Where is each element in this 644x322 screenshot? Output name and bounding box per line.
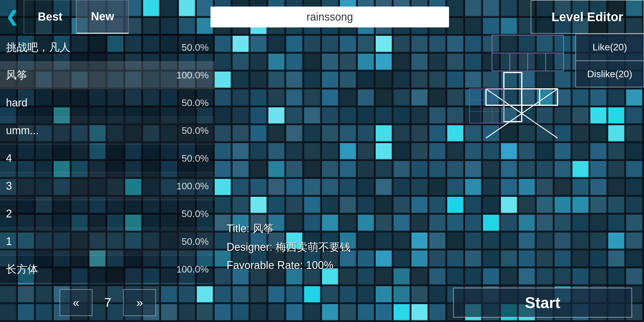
level-rate: 50.0% <box>182 42 209 53</box>
level-name: 风筝 <box>6 68 176 83</box>
level-rate: 100.0% <box>176 264 209 275</box>
title-label: Title: <box>227 222 250 235</box>
svg-rect-13 <box>470 89 504 123</box>
level-rate: 50.0% <box>182 97 209 109</box>
level-name: 挑战吧，凡人 <box>6 40 182 55</box>
level-rate: 50.0% <box>182 208 209 219</box>
level-name: umm... <box>6 124 182 137</box>
title-value-text: 风筝 <box>253 222 274 235</box>
search-input[interactable] <box>210 7 449 27</box>
designer-label: Designer: <box>227 241 273 253</box>
level-rate-line: Favorable Rate: 100% <box>227 256 351 274</box>
list-item[interactable]: umm... 50.0% <box>0 117 215 145</box>
level-name: 4 <box>6 152 182 165</box>
like-button[interactable]: Like(20) <box>575 34 644 61</box>
list-item[interactable]: 风筝 100.0% <box>0 61 215 89</box>
tab-best[interactable]: Best <box>24 0 76 34</box>
level-title-line: Title: 风筝 <box>227 219 351 238</box>
svg-rect-6 <box>486 89 504 105</box>
level-list: 挑战吧，凡人 50.0% 风筝 100.0% hard 50.0% umm...… <box>0 34 215 283</box>
level-name: hard <box>6 97 182 109</box>
list-item[interactable]: 2 50.0% <box>0 200 215 228</box>
dislike-button[interactable]: Dislike(20) <box>575 61 644 87</box>
header: ❮ Best New Level Editor <box>0 0 644 34</box>
level-name: 3 <box>6 180 176 192</box>
level-editor-button[interactable]: Level Editor <box>531 0 644 34</box>
svg-rect-9 <box>540 89 558 105</box>
level-info: Title: 风筝 Designer: 梅西卖萌不要钱 Favorable Ra… <box>227 219 351 274</box>
tab-new[interactable]: New <box>76 0 129 34</box>
start-button[interactable]: Start <box>453 288 632 318</box>
svg-rect-5 <box>504 72 522 89</box>
level-rate: 100.0% <box>176 70 209 81</box>
list-item[interactable]: hard 50.0% <box>0 89 215 117</box>
like-dislike-panel: Like(20) Dislike(20) <box>575 34 644 87</box>
list-item[interactable]: 长方体 100.0% <box>0 256 215 283</box>
page-number: 7 <box>98 295 117 310</box>
back-icon: ❮ <box>6 8 18 26</box>
list-item[interactable]: 3 100.0% <box>0 172 215 200</box>
rate-label: Favorable Rate: <box>227 259 303 271</box>
rate-value-text: 100% <box>306 259 333 271</box>
svg-rect-1 <box>492 53 510 71</box>
level-rate: 50.0% <box>182 125 209 136</box>
search-box <box>129 7 531 27</box>
level-name: 2 <box>6 208 182 220</box>
svg-rect-2 <box>510 53 528 71</box>
svg-rect-0 <box>492 35 564 53</box>
pagination: « 7 » <box>0 289 156 316</box>
level-rate: 50.0% <box>182 236 209 247</box>
level-rate: 100.0% <box>176 181 209 192</box>
puzzle-preview <box>468 34 572 153</box>
level-rate: 50.0% <box>182 153 209 164</box>
level-designer-line: Designer: 梅西卖萌不要钱 <box>227 238 351 256</box>
level-name: 1 <box>6 235 182 248</box>
designer-value-text: 梅西卖萌不要钱 <box>275 241 351 253</box>
level-name: 长方体 <box>6 262 176 277</box>
back-button[interactable]: ❮ <box>0 0 24 34</box>
svg-rect-4 <box>546 53 564 71</box>
bottom-bar: « 7 » Start <box>0 283 644 322</box>
list-item[interactable]: 挑战吧，凡人 50.0% <box>0 34 215 61</box>
next-page-button[interactable]: » <box>123 289 156 316</box>
svg-rect-3 <box>528 53 546 71</box>
list-item[interactable]: 4 50.0% <box>0 145 215 172</box>
prev-page-button[interactable]: « <box>60 289 92 316</box>
list-item[interactable]: 1 50.0% <box>0 228 215 256</box>
